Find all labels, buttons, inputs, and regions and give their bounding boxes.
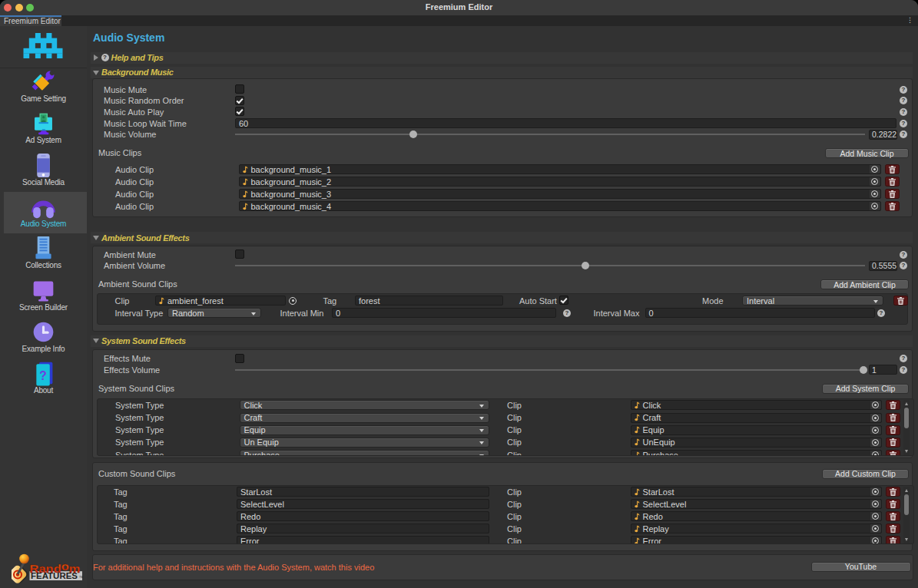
svg-text:?: ? [39, 369, 47, 382]
svg-text:Random: Random [30, 560, 81, 575]
svg-text:TM: TM [79, 576, 83, 579]
